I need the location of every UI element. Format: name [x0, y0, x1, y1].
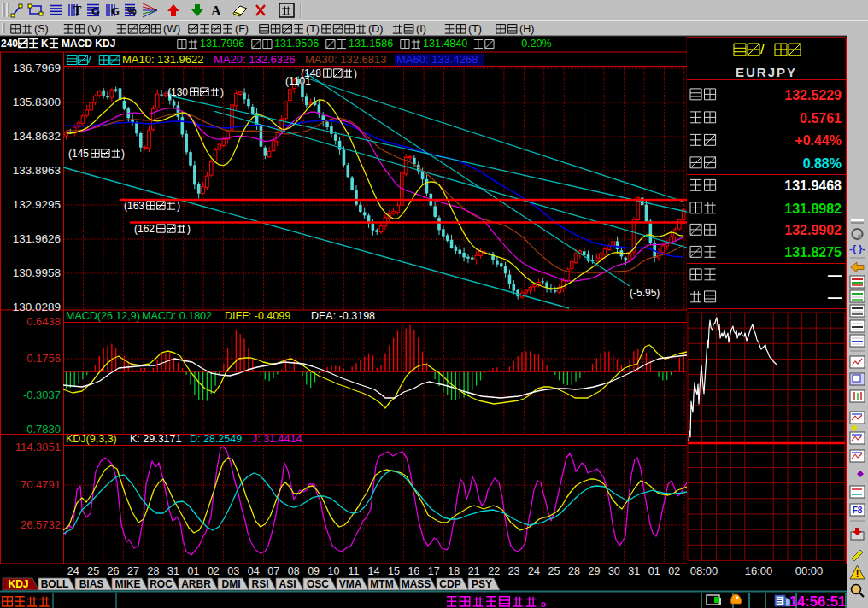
svg-text:135.8300: 135.8300	[13, 96, 61, 108]
svg-text:PSY: PSY	[472, 578, 492, 590]
svg-text:(H): (H)	[519, 23, 534, 35]
svg-text:16:00: 16:00	[745, 564, 773, 577]
svg-text:07: 07	[267, 565, 279, 577]
svg-text:MA20: 132.6326: MA20: 132.6326	[214, 53, 295, 66]
svg-text:08:00: 08:00	[690, 564, 718, 577]
svg-text:MACD KDJ: MACD KDJ	[62, 38, 115, 50]
svg-text:16: 16	[408, 565, 419, 577]
svg-text:): )	[177, 200, 180, 212]
svg-text:): )	[220, 86, 224, 98]
svg-text:ROC: ROC	[150, 578, 173, 590]
svg-text:15: 15	[388, 565, 400, 577]
svg-text:(145: (145	[68, 148, 89, 160]
svg-text:MACD(26,12,9): MACD(26,12,9)	[66, 310, 140, 322]
svg-text:(T): (T)	[306, 23, 320, 35]
svg-text:!: !	[856, 569, 859, 579]
svg-text:D: 28.2549: D: 28.2549	[190, 433, 242, 445]
svg-text:(F): (F)	[235, 23, 249, 35]
svg-text:70.4791: 70.4791	[21, 478, 61, 491]
svg-text:T: T	[73, 4, 82, 17]
svg-text:(D): (D)	[368, 23, 383, 35]
svg-text:): )	[354, 67, 357, 79]
svg-text:CDP: CDP	[439, 578, 460, 590]
svg-text:(W): (W)	[163, 23, 180, 35]
svg-text:0.1756: 0.1756	[26, 352, 61, 365]
svg-text:18: 18	[448, 565, 460, 577]
svg-text:133.8963: 133.8963	[13, 164, 61, 177]
svg-text:/: /	[760, 41, 765, 57]
svg-text:131.9626: 131.9626	[13, 232, 61, 245]
svg-text:132.5229: 132.5229	[784, 88, 842, 102]
svg-text:28: 28	[568, 565, 580, 577]
svg-text:G: G	[111, 4, 120, 17]
svg-text:KDJ: KDJ	[8, 578, 28, 590]
svg-text:%: %	[127, 5, 137, 17]
svg-text:—: —	[828, 290, 842, 305]
svg-text:131.9468: 131.9468	[784, 178, 842, 193]
svg-text:DEA: -0.3198: DEA: -0.3198	[311, 310, 375, 322]
svg-text:02: 02	[668, 565, 680, 577]
svg-text:(I): (I)	[416, 23, 426, 35]
svg-text:04: 04	[248, 565, 260, 577]
svg-text:31: 31	[628, 565, 640, 577]
svg-text:130.9958: 130.9958	[13, 266, 61, 279]
svg-text:03: 03	[227, 565, 239, 577]
svg-text:01: 01	[187, 565, 199, 577]
svg-text:132.9295: 132.9295	[13, 198, 61, 211]
svg-text:(-5.95): (-5.95)	[630, 287, 660, 299]
svg-text:17: 17	[428, 565, 440, 577]
svg-text:(V): (V)	[87, 23, 102, 35]
svg-text:+0.44%: +0.44%	[795, 133, 842, 148]
svg-text:MTM: MTM	[370, 578, 393, 590]
svg-text:0.88%: 0.88%	[803, 156, 842, 171]
svg-text:): )	[187, 223, 191, 235]
svg-text:09: 09	[308, 565, 320, 577]
svg-text:132.9902: 132.9902	[784, 223, 842, 237]
svg-text:(162: (162	[134, 223, 155, 235]
svg-text:22: 22	[488, 565, 500, 577]
svg-text:00:00: 00:00	[795, 564, 824, 577]
svg-text:KDJ(9,3,3): KDJ(9,3,3)	[66, 433, 117, 445]
svg-text:131.9506: 131.9506	[274, 38, 319, 50]
svg-text:MA10: 131.9622: MA10: 131.9622	[122, 53, 203, 66]
svg-text:0.5761: 0.5761	[800, 111, 842, 126]
svg-text:ASI: ASI	[279, 578, 296, 590]
svg-text:(T): (T)	[468, 23, 482, 35]
svg-text:23: 23	[508, 565, 520, 577]
svg-text:MA60: 133.4268: MA60: 133.4268	[396, 53, 478, 66]
svg-text:F8: F8	[853, 506, 863, 515]
svg-text:14:56:51: 14:56:51	[789, 593, 846, 608]
svg-text:31: 31	[167, 565, 179, 577]
svg-text:131.4840: 131.4840	[423, 38, 467, 50]
svg-text:25: 25	[87, 565, 99, 577]
svg-text:26: 26	[108, 565, 120, 577]
svg-text:MIKE: MIKE	[115, 578, 141, 590]
svg-text:24: 24	[67, 565, 79, 577]
svg-text:27: 27	[127, 565, 139, 577]
svg-text:01: 01	[648, 565, 660, 577]
svg-text:-0.20%: -0.20%	[518, 38, 552, 50]
svg-text:29: 29	[588, 565, 600, 577]
svg-text:10: 10	[328, 565, 340, 577]
svg-text:EURJPY: EURJPY	[736, 65, 797, 79]
svg-text:MASS: MASS	[402, 578, 431, 590]
svg-text:134.8632: 134.8632	[13, 130, 61, 143]
svg-text:131.8275: 131.8275	[784, 245, 842, 260]
svg-text:(S): (S)	[34, 23, 49, 35]
svg-text:26.5732: 26.5732	[21, 518, 61, 531]
svg-text:K: 29.3171: K: 29.3171	[130, 433, 182, 445]
svg-text:21: 21	[468, 565, 480, 577]
svg-text:DIFF: -0.4099: DIFF: -0.4099	[225, 310, 290, 322]
svg-text:): )	[121, 148, 125, 160]
svg-text:MA30: 132.6813: MA30: 132.6813	[305, 53, 386, 66]
svg-text:OSC: OSC	[307, 578, 329, 590]
svg-text:J: 31.4414: J: 31.4414	[252, 433, 302, 445]
svg-text:0.6438: 0.6438	[26, 315, 61, 328]
svg-text:RSI: RSI	[251, 578, 268, 590]
svg-text:240: 240	[1, 38, 18, 50]
svg-text:11: 11	[349, 565, 360, 577]
svg-text:24: 24	[528, 565, 540, 577]
svg-text:A: A	[211, 3, 221, 18]
svg-text:DMI: DMI	[222, 578, 241, 590]
svg-text:131.1586: 131.1586	[349, 38, 393, 50]
